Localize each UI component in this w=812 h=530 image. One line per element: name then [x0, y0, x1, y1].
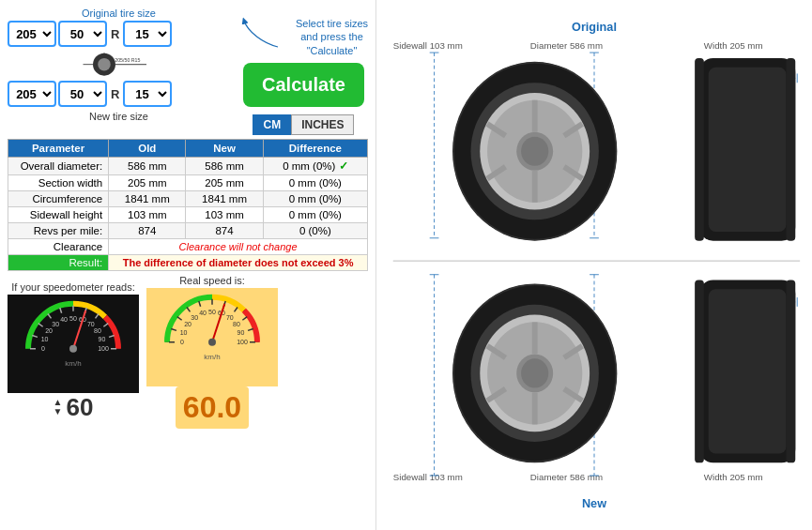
param-label: Section width — [8, 174, 109, 190]
speedo-label-2: Real speed is: — [179, 275, 245, 286]
svg-text:205/50 R15: 205/50 R15 — [115, 57, 141, 63]
svg-text:Width 205 mm: Width 205 mm — [704, 472, 763, 482]
new-value: 103 mm — [186, 206, 263, 222]
col-header-param: Parameter — [8, 139, 109, 157]
unit-toggle: CM INCHES — [253, 114, 354, 135]
original-rim-input[interactable]: 15 — [123, 21, 172, 47]
new-value: 205 mm — [186, 174, 263, 190]
new-value: 874 — [186, 222, 263, 238]
result-row: Result: The difference of diameter does … — [8, 254, 368, 270]
calc-section: Select tire sizesand press the"Calculate… — [239, 8, 368, 135]
clearance-label: Clearance — [8, 238, 109, 254]
speedo-value-2-bg: 60.0 — [176, 386, 249, 429]
speedometer-2-block: Real speed is: 60.0 — [146, 275, 278, 429]
tire-graphic: 205/50 R15 — [8, 51, 230, 79]
speedometer-2 — [146, 288, 278, 386]
old-value: 586 mm — [109, 157, 186, 174]
original-label: Original tire size — [8, 8, 230, 19]
col-header-old: Old — [109, 139, 186, 157]
diff-value: 0 mm (0%) — [263, 174, 367, 190]
original-width-input[interactable]: 205 — [8, 21, 56, 47]
clearance-row: Clearance Clearance will not change — [8, 238, 368, 254]
param-label: Sidewall height — [8, 206, 109, 222]
table-row: Revs per mile: 874 874 0 (0%) — [8, 222, 368, 238]
svg-text:Sidewall 103 mm: Sidewall 103 mm — [393, 40, 463, 51]
svg-rect-34 — [709, 68, 787, 232]
svg-point-31 — [521, 137, 548, 166]
speedo-number-2: 60.0 — [183, 390, 241, 424]
speedo-value-1: ▲▼ 60 — [54, 393, 94, 422]
new-value: 586 mm — [186, 157, 263, 174]
new-width-input[interactable]: 205 — [8, 81, 56, 107]
svg-rect-36 — [787, 58, 796, 241]
svg-text:Width 205 mm: Width 205 mm — [704, 40, 763, 51]
right-panel: Original Sidewall 103 mm Diameter 586 mm… — [375, 0, 812, 530]
svg-point-1 — [99, 58, 112, 71]
params-table: Parameter Old New Difference Overall dia… — [8, 139, 368, 271]
new-label: New tire size — [8, 111, 230, 122]
diff-value: 0 mm (0%) — [263, 206, 367, 222]
speedo-number-1: 60 — [66, 393, 93, 422]
svg-rect-68 — [787, 280, 796, 463]
table-row: Circumference 1841 mm 1841 mm 0 mm (0%) — [8, 190, 368, 206]
col-header-diff: Difference — [263, 139, 367, 157]
old-value: 103 mm — [109, 206, 186, 222]
param-label: Circumference — [8, 190, 109, 206]
top-area: Original tire size 205 50 R 15 — [8, 8, 368, 135]
tire-diagram-svg: Original Sidewall 103 mm Diameter 586 mm… — [384, 8, 804, 522]
new-profile-input[interactable]: 50 — [58, 81, 107, 107]
param-label: Overall diameter: — [8, 157, 109, 174]
r-label-2: R — [109, 87, 121, 101]
table-row: Overall diameter: 586 mm 586 mm 0 mm (0%… — [8, 157, 368, 174]
unit-cm-button[interactable]: CM — [253, 114, 291, 135]
diff-value: 0 mm (0%) ✓ — [263, 157, 367, 174]
param-label: Revs per mile: — [8, 222, 109, 238]
speedometers-section: If your speedometer reads: ▲▼ 60 Real sp… — [8, 275, 368, 429]
calculate-button[interactable]: Calculate — [243, 63, 364, 107]
inputs-section: Original tire size 205 50 R 15 — [8, 8, 230, 126]
result-label: Result: — [8, 254, 109, 270]
diff-value: 0 mm (0%) — [263, 190, 367, 206]
unit-inches-button[interactable]: INCHES — [291, 114, 354, 135]
original-tire-inputs: 205 50 R 15 — [8, 21, 230, 47]
svg-point-63 — [521, 358, 548, 387]
svg-text:New: New — [582, 497, 606, 510]
table-row: Sidewall height 103 mm 103 mm 0 mm (0%) — [8, 206, 368, 222]
clearance-msg: Clearance will not change — [109, 238, 368, 254]
svg-text:Diameter 586 mm: Diameter 586 mm — [530, 40, 603, 51]
table-row: Section width 205 mm 205 mm 0 mm (0%) — [8, 174, 368, 190]
svg-text:Original: Original — [572, 21, 617, 34]
svg-text:Sidewall 103 mm: Sidewall 103 mm — [393, 472, 463, 482]
new-rim-input[interactable]: 15 — [123, 81, 172, 107]
tire-svg: 205/50 R15 — [76, 51, 161, 79]
svg-rect-67 — [695, 280, 704, 463]
speedometer-1-block: If your speedometer reads: ▲▼ 60 — [8, 281, 139, 422]
value-arrows[interactable]: ▲▼ — [54, 398, 63, 416]
new-value: 1841 mm — [186, 190, 263, 206]
old-value: 205 mm — [109, 174, 186, 190]
hint-arrow-svg — [239, 17, 286, 54]
r-label-1: R — [109, 27, 121, 41]
old-value: 874 — [109, 222, 186, 238]
original-profile-input[interactable]: 50 — [58, 21, 107, 47]
svg-rect-35 — [695, 58, 704, 241]
hint-text: Select tire sizesand press the"Calculate… — [296, 17, 368, 57]
result-msg: The difference of diameter does not exce… — [109, 254, 368, 270]
new-tire-inputs: 205 50 R 15 — [8, 81, 230, 107]
svg-text:Diameter 586 mm: Diameter 586 mm — [530, 472, 603, 482]
left-panel: Original tire size 205 50 R 15 — [0, 0, 375, 530]
col-header-new: New — [186, 139, 263, 157]
speedo-label-1: If your speedometer reads: — [11, 281, 134, 293]
svg-rect-66 — [709, 289, 787, 453]
diff-value: 0 (0%) — [263, 222, 367, 238]
speedometer-1 — [8, 295, 139, 393]
old-value: 1841 mm — [109, 190, 186, 206]
